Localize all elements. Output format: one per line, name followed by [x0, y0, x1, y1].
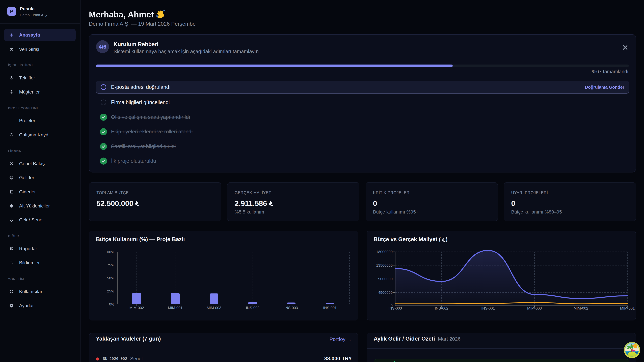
svg-text:INS-001: INS-001 — [481, 306, 495, 310]
svg-text:75%: 75% — [107, 263, 114, 267]
svg-text:9000000: 9000000 — [378, 277, 392, 281]
svg-text:MIM-002: MIM-002 — [574, 306, 588, 310]
svg-text:INS-002: INS-002 — [246, 306, 260, 310]
svg-text:4500000: 4500000 — [378, 291, 392, 295]
svg-text:MIM-003: MIM-003 — [527, 306, 542, 310]
svg-text:INS-002: INS-002 — [435, 306, 448, 310]
svg-text:25%: 25% — [107, 289, 114, 293]
svg-text:100%: 100% — [105, 250, 114, 254]
svg-text:0%: 0% — [109, 302, 114, 306]
svg-text:MIM-001: MIM-001 — [168, 306, 183, 310]
svg-text:INS-001: INS-001 — [323, 306, 337, 310]
svg-text:18000000: 18000000 — [376, 250, 392, 254]
svg-text:50%: 50% — [107, 276, 114, 280]
svg-text:INS-003: INS-003 — [284, 306, 298, 310]
svg-text:MIM-001: MIM-001 — [620, 306, 635, 310]
svg-text:INS-003: INS-003 — [388, 306, 402, 310]
svg-text:MIM-002: MIM-002 — [130, 306, 144, 310]
svg-text:MIM-003: MIM-003 — [207, 306, 221, 310]
svg-text:13500000: 13500000 — [376, 263, 392, 268]
